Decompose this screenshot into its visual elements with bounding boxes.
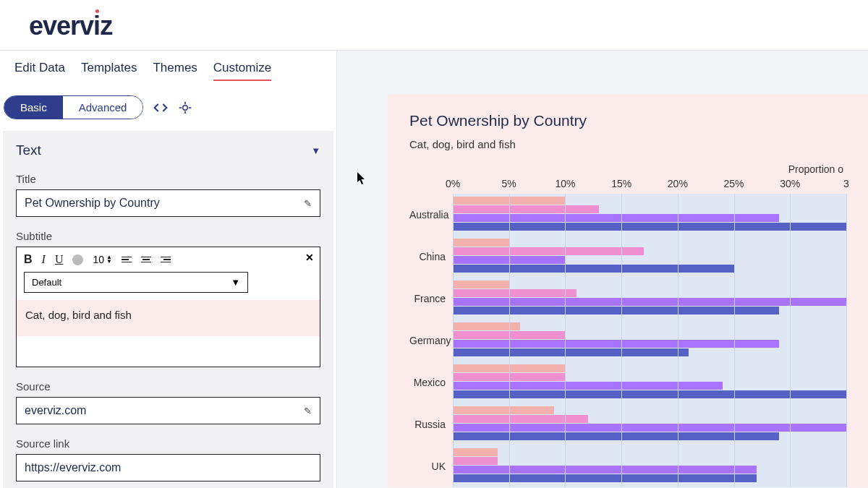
tab-themes[interactable]: Themes bbox=[153, 61, 197, 81]
editor-panel: Edit Data Templates Themes Customize Bas… bbox=[0, 51, 336, 488]
bar bbox=[453, 307, 779, 314]
chart-card: Pet Ownership by Country Cat, dog, bird … bbox=[388, 94, 868, 487]
svg-point-0 bbox=[183, 105, 188, 110]
bar bbox=[453, 406, 554, 414]
bar bbox=[453, 205, 599, 213]
bar bbox=[453, 289, 576, 297]
country-label: Russia bbox=[409, 419, 453, 430]
country-label: France bbox=[409, 293, 453, 304]
rte-toolbar: B I U 10 ▲▼ ✕ bbox=[17, 247, 320, 272]
bar bbox=[453, 415, 588, 423]
bar bbox=[453, 265, 734, 273]
title-input[interactable] bbox=[25, 197, 304, 210]
source-label: Source bbox=[16, 380, 320, 393]
bar bbox=[453, 340, 779, 348]
close-editor-icon[interactable]: ✕ bbox=[305, 252, 314, 263]
bar bbox=[453, 457, 498, 465]
bar bbox=[453, 239, 509, 247]
sourcelink-input[interactable] bbox=[25, 461, 312, 474]
italic-button[interactable]: I bbox=[42, 253, 46, 266]
tab-templates[interactable]: Templates bbox=[81, 61, 137, 81]
country-label: Germany bbox=[409, 335, 453, 346]
bar bbox=[453, 424, 846, 432]
x-tick: 0% bbox=[446, 178, 460, 189]
edit-source-icon[interactable]: ✎ bbox=[304, 406, 312, 416]
chart-title: Pet Ownership by Country bbox=[409, 112, 846, 129]
x-tick: 10% bbox=[555, 178, 575, 189]
bar bbox=[453, 322, 520, 330]
bar bbox=[453, 223, 846, 231]
section-header-text[interactable]: Text ▼ bbox=[16, 142, 320, 158]
font-size-stepper[interactable]: 10 ▲▼ bbox=[93, 254, 112, 265]
rte-spacer[interactable] bbox=[17, 336, 320, 367]
tab-edit-data[interactable]: Edit Data bbox=[14, 61, 65, 81]
source-input[interactable] bbox=[25, 404, 304, 417]
code-icon[interactable] bbox=[153, 100, 168, 115]
color-picker[interactable] bbox=[72, 254, 83, 265]
title-label: Title bbox=[16, 173, 320, 185]
source-input-wrapper: ✎ bbox=[16, 397, 320, 424]
brand-logo: everviz bbox=[29, 11, 839, 41]
bar bbox=[453, 298, 846, 306]
target-icon[interactable] bbox=[178, 100, 192, 115]
bold-button[interactable]: B bbox=[24, 253, 33, 266]
font-family-select[interactable]: Default▼ bbox=[24, 272, 248, 293]
country-label: Australia bbox=[409, 209, 453, 221]
mode-row: Basic Advanced bbox=[0, 88, 336, 127]
tab-customize[interactable]: Customize bbox=[213, 61, 271, 81]
chart-plot: 0%5%10%15%20%25%30%3 bbox=[453, 178, 846, 194]
x-tick: 25% bbox=[724, 178, 744, 189]
x-tick: 20% bbox=[668, 178, 688, 189]
subtitle-content[interactable]: Cat, dog, bird and fish bbox=[17, 300, 320, 336]
align-center-button[interactable] bbox=[141, 257, 151, 263]
bar bbox=[453, 281, 509, 288]
country-label: China bbox=[409, 251, 453, 262]
title-input-wrapper: ✎ bbox=[16, 189, 320, 217]
section-title: Text bbox=[16, 142, 41, 158]
mode-advanced[interactable]: Advanced bbox=[63, 96, 143, 119]
preview-panel: Pet Ownership by Country Cat, dog, bird … bbox=[336, 51, 868, 488]
edit-title-icon[interactable]: ✎ bbox=[304, 198, 312, 209]
bar bbox=[453, 390, 846, 398]
x-tick: 30% bbox=[780, 178, 800, 189]
sourcelink-input-wrapper bbox=[16, 454, 320, 481]
bar bbox=[453, 432, 779, 440]
bar bbox=[453, 382, 723, 390]
x-tick: 15% bbox=[611, 178, 631, 189]
bar bbox=[453, 474, 757, 482]
subtitle-editor: B I U 10 ▲▼ ✕ Default▼ bbox=[16, 247, 320, 367]
mode-basic[interactable]: Basic bbox=[4, 96, 63, 119]
sourcelink-label: Source link bbox=[16, 437, 320, 450]
mode-toggle: Basic Advanced bbox=[4, 95, 143, 119]
main-tabs: Edit Data Templates Themes Customize bbox=[0, 51, 336, 88]
x-tick: 3 bbox=[843, 178, 849, 189]
bar bbox=[453, 247, 644, 255]
align-left-button[interactable] bbox=[122, 257, 132, 263]
align-right-button[interactable] bbox=[161, 257, 171, 263]
bar bbox=[453, 466, 757, 474]
underline-button[interactable]: U bbox=[55, 253, 64, 266]
country-label: UK bbox=[409, 461, 453, 472]
chart-subtitle: Cat, dog, bird and fish bbox=[409, 138, 846, 150]
app-header: everviz bbox=[0, 0, 868, 51]
chevron-down-icon: ▼ bbox=[311, 145, 320, 156]
x-tick: 5% bbox=[502, 178, 516, 189]
bar bbox=[453, 214, 779, 222]
chart-xlabel: Proportion o bbox=[409, 163, 846, 175]
bar bbox=[453, 348, 689, 356]
country-label: Mexico bbox=[409, 377, 453, 388]
text-section: Text ▼ Title ✎ Subtitle B I U bbox=[3, 131, 333, 488]
bar bbox=[453, 448, 498, 456]
subtitle-label: Subtitle bbox=[16, 230, 320, 242]
